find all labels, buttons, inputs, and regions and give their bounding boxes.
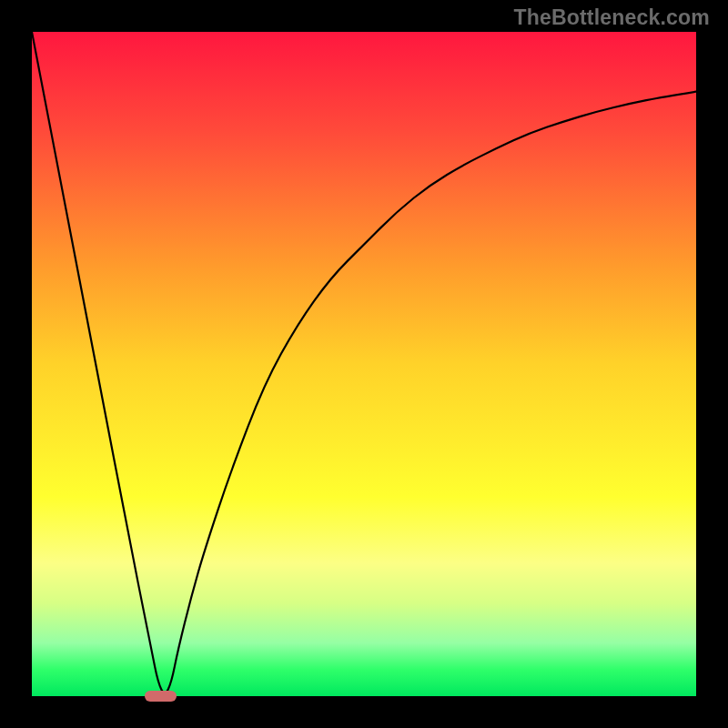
plot-area	[32, 32, 696, 696]
bottleneck-curve	[32, 32, 696, 693]
watermark-text: TheBottleneck.com	[513, 5, 710, 30]
minimum-marker	[145, 691, 177, 702]
chart-frame: TheBottleneck.com	[0, 0, 728, 728]
curve-svg	[32, 32, 696, 696]
